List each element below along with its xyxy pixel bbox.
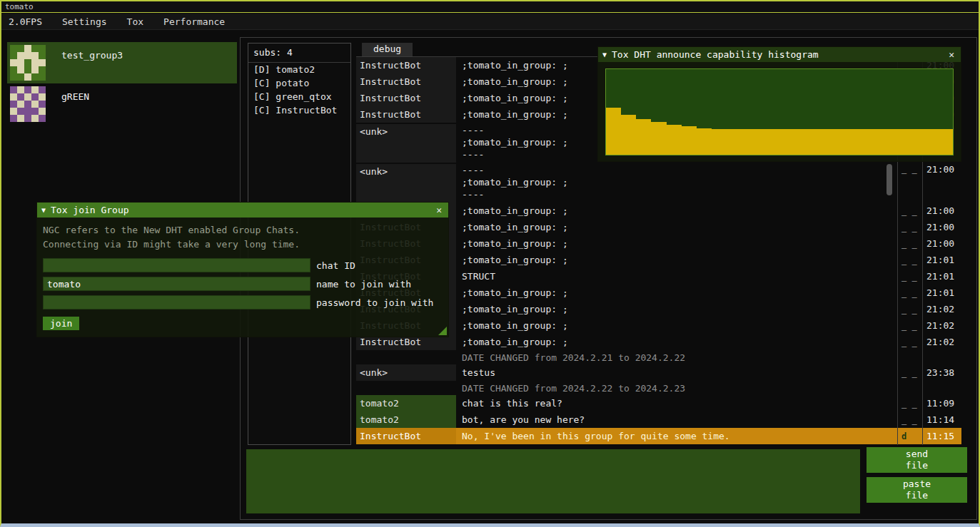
chat-marks: _ _: [897, 415, 922, 425]
join-field-input-0[interactable]: [43, 258, 310, 272]
window-titlebar: tomato: [1, 1, 979, 13]
histogram-bar: [938, 129, 953, 155]
histogram-bar: [923, 129, 938, 155]
collapse-arrow-icon[interactable]: ▼: [41, 206, 46, 214]
chat-row: <unk>testus_ _23:38: [356, 364, 961, 381]
chat-message: testus: [456, 367, 897, 379]
join-group-window: ▼ Tox join Group ✕ NGC refers to the New…: [36, 202, 449, 337]
chat-message: ;tomato_in_group: ;: [456, 237, 897, 250]
resize-grip[interactable]: [438, 327, 447, 335]
chat-system-row: DATE CHANGED from 2024.2.22 to 2024.2.23: [356, 381, 961, 395]
histogram-bar: [757, 129, 772, 155]
close-icon[interactable]: ✕: [434, 205, 444, 215]
chat-author: <unk>: [356, 164, 456, 203]
join-description: NGC refers to the New DHT enabled Group …: [43, 223, 443, 252]
collapse-arrow-icon[interactable]: ▼: [602, 51, 607, 58]
menu-bar: 2.0FPS Settings Tox Performance: [1, 14, 979, 30]
join-field-input-1[interactable]: [43, 277, 310, 291]
join-field-row: chat ID: [43, 258, 443, 272]
join-button[interactable]: join: [43, 317, 79, 330]
chat-author: InstructBot: [356, 428, 456, 444]
histogram-bar: [727, 129, 742, 155]
histogram-bar: [787, 129, 802, 155]
chat-author: InstructBot: [356, 90, 456, 106]
chat-author: [356, 381, 456, 395]
chat-marks: _ _: [897, 288, 922, 298]
sub-item[interactable]: [C] InstructBot: [248, 103, 350, 117]
chat-marks: d: [897, 431, 922, 441]
histogram-bar: [832, 129, 847, 155]
chat-time: 11:15: [922, 431, 961, 441]
chat-message: ;tomato_in_group: ;: [456, 336, 897, 348]
chat-time: 21:01: [922, 287, 961, 298]
histogram-bar: [621, 115, 636, 155]
group-item-test_group3[interactable]: test_group3: [7, 42, 237, 83]
tab-debug[interactable]: debug: [362, 43, 413, 56]
chat-author: [356, 350, 456, 364]
chat-marks: _ _: [897, 272, 922, 282]
histogram-window-titlebar[interactable]: ▼ Tox DHT announce capability histogram …: [598, 47, 961, 62]
subs-header: subs: 4: [248, 44, 350, 63]
histogram-bar: [682, 126, 697, 155]
chat-time: 21:00: [922, 164, 961, 175]
dht-histogram-window: ▼ Tox DHT announce capability histogram …: [597, 46, 961, 162]
chat-marks: _ _: [897, 368, 922, 378]
join-window-titlebar[interactable]: ▼ Tox join Group ✕: [37, 203, 448, 218]
menu-performance[interactable]: Performance: [153, 15, 235, 29]
chat-message: ;tomato_in_group: ;: [456, 221, 897, 233]
chat-marks: _ _: [897, 305, 922, 314]
chat-time: 21:00: [922, 222, 961, 232]
histogram-bar: [772, 129, 787, 155]
histogram-bar: [877, 129, 892, 155]
histogram-bar: [908, 129, 923, 155]
chat-time: 21:02: [922, 304, 961, 314]
chat-author: InstructBot: [356, 73, 456, 90]
histogram-plot: [605, 68, 954, 155]
close-icon[interactable]: ✕: [946, 49, 956, 60]
join-field-label: password to join with: [316, 297, 433, 308]
join-fields: chat IDname to join withpassword to join…: [43, 258, 443, 309]
chat-message: ;tomato_in_group: ;: [456, 205, 897, 217]
chat-message: ;tomato_in_group: ;: [456, 319, 897, 332]
send-file-button[interactable]: send file: [867, 447, 967, 473]
chat-time: 11:14: [922, 414, 961, 425]
menu-settings[interactable]: Settings: [52, 15, 117, 29]
chat-marks: _ _: [897, 337, 922, 347]
chat-time: 21:02: [922, 320, 961, 331]
chat-time: 21:01: [922, 271, 961, 282]
sub-item[interactable]: [C] green_qtox: [248, 90, 350, 103]
histogram-bar: [817, 129, 832, 155]
chat-marks: _ _: [897, 255, 922, 265]
sub-item[interactable]: [C] potato: [248, 76, 350, 90]
paste-file-button[interactable]: paste file: [867, 477, 967, 503]
chat-scrollbar-thumb[interactable]: [886, 164, 892, 195]
join-window-title: Tox join Group: [51, 205, 129, 215]
chat-message: DATE CHANGED from 2024.2.22 to 2024.2.23: [456, 382, 897, 394]
compose-input[interactable]: [246, 449, 860, 513]
join-field-row: name to join with: [43, 277, 443, 291]
chat-time: 21:02: [922, 337, 961, 347]
chat-row: tomato2bot, are you new here?_ _11:14: [356, 411, 961, 428]
chat-marks: _ _: [897, 321, 922, 331]
group-item-gREEN[interactable]: gREEN: [7, 83, 237, 125]
histogram-bar: [667, 125, 682, 155]
chat-message: bot, are you new here?: [456, 414, 897, 426]
chat-message: ;tomato_in_group: ;: [456, 303, 897, 315]
histogram-bar: [847, 129, 862, 155]
chat-message: ;tomato_in_group: ;: [456, 254, 897, 266]
join-field-label: chat ID: [316, 260, 355, 271]
fps-counter: 2.0FPS: [1, 16, 52, 27]
sub-item[interactable]: [D] tomato2: [248, 63, 350, 76]
chat-message: ---- ;tomato_in_group: ; ----: [456, 164, 897, 200]
chat-author: InstructBot: [356, 106, 456, 123]
join-field-input-2[interactable]: [43, 295, 310, 309]
chat-marks: _ _: [897, 206, 922, 216]
chat-marks: _ _: [897, 222, 922, 232]
chat-author: <unk>: [356, 124, 456, 163]
chat-message: ;tomato_in_group: ;: [456, 287, 897, 299]
chat-marks: _ _: [897, 399, 922, 409]
chat-time: 23:38: [922, 367, 961, 378]
histogram-bar: [742, 129, 757, 155]
histogram-bar: [892, 129, 907, 155]
menu-tox[interactable]: Tox: [117, 15, 153, 29]
